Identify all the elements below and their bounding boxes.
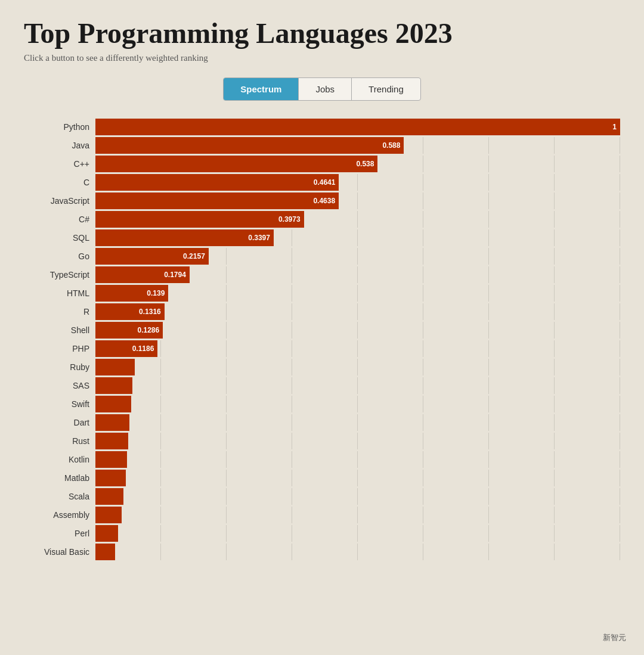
- bar: [95, 507, 122, 523]
- bar: 0.538: [95, 156, 377, 172]
- bar: 0.3973: [95, 211, 304, 228]
- bar: [95, 544, 115, 560]
- chart-row: SAS: [24, 377, 620, 394]
- bar-container: 0.4638: [95, 193, 620, 209]
- lang-label: Shell: [24, 325, 95, 335]
- bar-container: [95, 507, 620, 523]
- bar-container: [95, 470, 620, 486]
- lang-label: Visual Basic: [24, 547, 95, 557]
- lang-label: TypeScript: [24, 270, 95, 280]
- chart-row: Perl: [24, 525, 620, 542]
- bar-container: [95, 359, 620, 375]
- bar-value: 0.2157: [183, 252, 205, 260]
- bar: [95, 359, 135, 375]
- chart-row: Assembly: [24, 507, 620, 523]
- lang-label: R: [24, 307, 95, 316]
- chart-row: Shell0.1286: [24, 322, 620, 339]
- chart-row: Rust: [24, 433, 620, 449]
- bar-container: [95, 396, 620, 412]
- bar: [95, 377, 132, 394]
- bar-container: 0.3973: [95, 211, 620, 228]
- lang-label: Assembly: [24, 510, 95, 520]
- bar: [95, 414, 129, 431]
- chart-row: Go0.2157: [24, 248, 620, 265]
- lang-label: C++: [24, 159, 95, 169]
- bar: [95, 488, 123, 505]
- bar: [95, 433, 128, 449]
- bar-container: 1: [95, 119, 620, 135]
- bar-value: 0.1316: [139, 308, 161, 316]
- chart-row: Java0.588: [24, 137, 620, 154]
- bar-value: 0.3973: [278, 215, 301, 223]
- lang-label: SAS: [24, 381, 95, 390]
- bar-container: 0.588: [95, 137, 620, 154]
- bar: 0.4638: [95, 193, 339, 209]
- chart-row: C0.4641: [24, 174, 620, 191]
- bar-container: 0.3397: [95, 229, 620, 246]
- tab-spectrum[interactable]: Spectrum: [224, 78, 299, 100]
- lang-label: HTML: [24, 288, 95, 298]
- bar-value: 1: [612, 123, 617, 131]
- chart-row: Dart: [24, 414, 620, 431]
- bar-container: 0.1316: [95, 303, 620, 320]
- bar: [95, 451, 127, 468]
- lang-label: Go: [24, 252, 95, 261]
- chart-row: Matlab: [24, 470, 620, 486]
- tab-container: Spectrum Jobs Trending: [24, 77, 620, 101]
- chart-row: Visual Basic: [24, 544, 620, 560]
- chart-row: Scala: [24, 488, 620, 505]
- lang-label: C: [24, 178, 95, 187]
- bar: 0.1316: [95, 303, 165, 320]
- bar-value: 0.538: [356, 160, 374, 168]
- bar-container: [95, 525, 620, 542]
- bar-container: 0.4641: [95, 174, 620, 191]
- bar: 0.139: [95, 285, 168, 302]
- lang-label: Ruby: [24, 362, 95, 372]
- chart-row: R0.1316: [24, 303, 620, 320]
- bar-container: 0.1286: [95, 322, 620, 339]
- chart-row: C#0.3973: [24, 211, 620, 228]
- bar-container: [95, 433, 620, 449]
- chart-row: HTML0.139: [24, 285, 620, 302]
- watermark: 新智元: [603, 632, 626, 643]
- bar: 0.1186: [95, 340, 157, 357]
- bar: 0.1286: [95, 322, 163, 339]
- tab-jobs[interactable]: Jobs: [299, 78, 352, 100]
- lang-label: SQL: [24, 233, 95, 243]
- chart-row: C++0.538: [24, 156, 620, 172]
- bar-container: 0.1794: [95, 266, 620, 283]
- lang-label: Python: [24, 122, 95, 132]
- lang-label: PHP: [24, 344, 95, 353]
- bar-container: 0.139: [95, 285, 620, 302]
- lang-label: Perl: [24, 529, 95, 538]
- bar: 0.3397: [95, 229, 274, 246]
- chart-area: Python1Java0.588C++0.538C0.4641JavaScrip…: [24, 119, 620, 560]
- bar-value: 0.588: [382, 141, 400, 150]
- lang-label: JavaScript: [24, 196, 95, 206]
- bar-value: 0.1794: [164, 271, 186, 279]
- tab-group: Spectrum Jobs Trending: [223, 77, 421, 101]
- lang-label: Swift: [24, 399, 95, 409]
- bar-value: 0.4641: [314, 178, 336, 187]
- bar: [95, 470, 126, 486]
- bar: [95, 396, 131, 412]
- chart-row: Swift: [24, 396, 620, 412]
- chart-row: Ruby: [24, 359, 620, 375]
- bar-container: [95, 414, 620, 431]
- chart-row: Python1: [24, 119, 620, 135]
- lang-label: C#: [24, 215, 95, 224]
- bar-container: [95, 377, 620, 394]
- bar-value: 0.139: [147, 289, 165, 297]
- chart-row: Kotlin: [24, 451, 620, 468]
- tab-trending[interactable]: Trending: [352, 78, 420, 100]
- lang-label: Dart: [24, 418, 95, 427]
- bar-container: [95, 451, 620, 468]
- bar-value: 0.4638: [313, 197, 335, 205]
- lang-label: Kotlin: [24, 455, 95, 464]
- lang-label: Scala: [24, 492, 95, 501]
- bar-value: 0.1286: [137, 326, 159, 334]
- bar: 0.4641: [95, 174, 339, 191]
- bar: 0.1794: [95, 266, 190, 283]
- lang-label: Rust: [24, 436, 95, 446]
- bar-container: 0.2157: [95, 248, 620, 265]
